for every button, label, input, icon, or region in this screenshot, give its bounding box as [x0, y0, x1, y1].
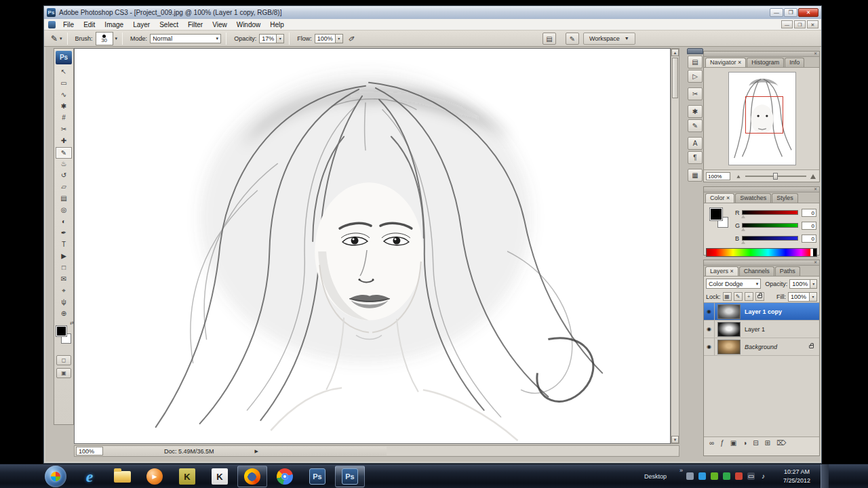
pen-tool[interactable]: ✒: [56, 228, 72, 239]
taskbar-explorer-icon[interactable]: [106, 466, 138, 487]
taskbar-firefox-icon[interactable]: [237, 466, 267, 487]
paragraph-panel-icon[interactable]: ¶: [688, 151, 703, 164]
color-tab-color[interactable]: Color ×: [705, 193, 734, 203]
link-layers-button[interactable]: ∞: [709, 438, 714, 449]
blur-tool[interactable]: ◎: [56, 205, 72, 216]
layers-tab-channels[interactable]: Channels: [739, 266, 774, 276]
lock-all-icon[interactable]: [755, 292, 764, 301]
status-flyout-arrow-icon[interactable]: ▶: [255, 449, 258, 454]
color-tab-swatches[interactable]: Swatches: [735, 193, 771, 203]
tray-icon-6[interactable]: ▭: [747, 472, 755, 480]
tray-volume-icon[interactable]: ♪: [760, 472, 767, 480]
taskbar-ie-icon[interactable]: e: [73, 466, 106, 487]
show-desktop-button[interactable]: [821, 464, 829, 488]
navigator-tab-info[interactable]: Info: [785, 58, 804, 67]
layers-tab-paths[interactable]: Paths: [775, 266, 800, 276]
navigator-zoom-slider[interactable]: [745, 176, 806, 177]
opacity-spinner[interactable]: ▾: [277, 34, 284, 43]
lock-image-pixels-icon[interactable]: ✎: [734, 292, 743, 301]
menu-layer[interactable]: Layer: [128, 20, 155, 30]
color-panel-header[interactable]: ✕: [704, 187, 819, 192]
lock-transparent-pixels-icon[interactable]: ▦: [723, 292, 732, 301]
menu-select[interactable]: Select: [155, 20, 183, 30]
close-button[interactable]: ✕: [798, 8, 818, 17]
eraser-tool[interactable]: ▱: [56, 182, 72, 193]
maximize-button[interactable]: ❐: [784, 8, 797, 17]
navigator-zoom-field[interactable]: 100%: [706, 172, 730, 180]
tray-icon-5[interactable]: [735, 472, 743, 480]
adjustment-layer-button[interactable]: ◑: [743, 438, 747, 449]
menu-edit[interactable]: Edit: [79, 20, 100, 30]
desktop-toolbar-label[interactable]: Desktop: [644, 473, 667, 480]
tray-icon-3[interactable]: [711, 472, 718, 480]
channel-value-field[interactable]: 0: [802, 209, 816, 217]
menu-view[interactable]: View: [208, 20, 232, 30]
tray-icon-4[interactable]: [723, 472, 730, 480]
layer-row-2[interactable]: ◉Layer 1: [704, 321, 819, 338]
gradient-tool[interactable]: ▤: [56, 193, 72, 205]
layer-visibility-icon[interactable]: ◉: [704, 338, 715, 355]
layer-row-3[interactable]: ◉Background: [704, 338, 819, 356]
tool-presets-palette-icon[interactable]: ✎: [566, 33, 579, 45]
marquee-tool[interactable]: ▭: [56, 78, 72, 89]
color-spectrum-ramp[interactable]: [706, 248, 817, 257]
navigator-view-box[interactable]: [745, 96, 784, 133]
eyedropper-tool[interactable]: ⌖: [56, 285, 72, 297]
brush-tool[interactable]: ✎: [56, 147, 72, 159]
type-tool[interactable]: T: [56, 239, 72, 251]
layers-tab-layers[interactable]: Layers ×: [705, 266, 738, 276]
brushes-panel-icon[interactable]: ✱: [688, 105, 703, 118]
vertical-scrollbar[interactable]: ▲ ▼: [671, 48, 679, 444]
channel-slider[interactable]: [742, 210, 798, 215]
brush-preview[interactable]: 30: [96, 32, 113, 45]
quick-mask-button[interactable]: ◻: [56, 355, 71, 365]
menu-image[interactable]: Image: [100, 20, 128, 30]
color-tab-styles[interactable]: Styles: [772, 193, 798, 203]
minimize-button[interactable]: —: [770, 8, 783, 17]
doc-restore-button[interactable]: ❐: [794, 20, 806, 28]
brush-picker-caret-icon[interactable]: ▾: [115, 36, 118, 41]
crop-tool[interactable]: #: [56, 113, 72, 124]
actions-panel-icon[interactable]: ▷: [688, 70, 703, 83]
layer-row-1[interactable]: ◉Layer 1 copy: [704, 303, 819, 321]
dodge-tool[interactable]: ◐: [56, 216, 72, 228]
navigator-tab-histogram[interactable]: Histogram: [747, 58, 784, 67]
foreground-color-swatch[interactable]: [56, 325, 67, 337]
tray-icon-2[interactable]: [698, 472, 706, 480]
character-panel-icon[interactable]: A: [688, 137, 703, 150]
menu-filter[interactable]: Filter: [183, 20, 208, 30]
channel-slider[interactable]: [742, 223, 798, 228]
layer-visibility-icon[interactable]: ◉: [704, 321, 715, 338]
tool-preset-caret-icon[interactable]: ▾: [60, 36, 62, 41]
title-bar[interactable]: Ps Adobe Photoshop CS3 - [Project_009.jp…: [44, 6, 821, 19]
hand-tool[interactable]: ψ: [56, 297, 72, 308]
menu-file[interactable]: File: [58, 20, 79, 30]
layers-opacity-spinner[interactable]: ▾: [810, 279, 817, 289]
tool-presets-panel-icon[interactable]: ✎: [688, 119, 703, 132]
move-tool[interactable]: ↖: [56, 66, 72, 78]
layers-fill-spinner[interactable]: ▾: [810, 292, 817, 302]
tray-overflow-chevron[interactable]: »: [679, 467, 683, 474]
new-layer-button[interactable]: ⊞: [765, 438, 770, 449]
taskbar-photoshop-icon[interactable]: Ps: [301, 466, 334, 487]
airbrush-icon[interactable]: ✑: [346, 33, 357, 44]
layers-opacity-field[interactable]: 100%: [789, 279, 810, 289]
layers-blend-mode-select[interactable]: Color Dodge ▾: [706, 279, 761, 289]
panel-foreground-swatch[interactable]: [709, 207, 723, 221]
delete-layer-button[interactable]: ⌦: [776, 438, 786, 449]
history-panel-icon[interactable]: ▤: [688, 56, 703, 68]
zoom-out-icon[interactable]: [736, 175, 740, 178]
lock-position-icon[interactable]: +: [745, 292, 753, 301]
workspace-button[interactable]: Workspace ▼: [583, 33, 635, 45]
brush-tool-icon[interactable]: ✎: [51, 34, 58, 43]
add-layer-mask-button[interactable]: ▣: [730, 438, 736, 449]
slice-tool[interactable]: ✂: [56, 124, 72, 136]
opacity-input[interactable]: 17%: [259, 34, 277, 43]
menu-window[interactable]: Window: [232, 20, 266, 30]
taskbar-mediaplayer-icon[interactable]: ▶: [138, 466, 171, 487]
taskbar-counterstrike2-icon[interactable]: K: [203, 466, 236, 487]
taskbar-photoshop-active-icon[interactable]: Ps: [335, 466, 365, 487]
quick-selection-tool[interactable]: ✱: [56, 101, 72, 113]
path-selection-tool[interactable]: ▶: [56, 251, 72, 262]
scroll-down-icon[interactable]: ▼: [671, 436, 679, 443]
